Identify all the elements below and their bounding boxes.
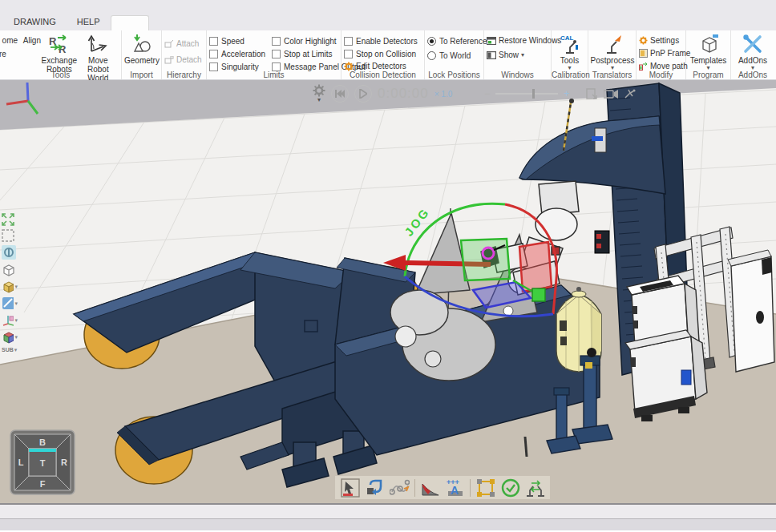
speed-decrease-button[interactable]: − xyxy=(484,88,490,99)
move-tool-button[interactable] xyxy=(365,478,385,498)
bottom-panel-strip xyxy=(0,503,776,518)
annotation-icon: +++ A xyxy=(445,478,465,498)
frame-display-button[interactable]: ▾ xyxy=(2,313,18,327)
detach-icon xyxy=(164,56,174,64)
reset-simulation-button[interactable] xyxy=(331,85,349,103)
tab-drawing[interactable]: DRAWING xyxy=(3,14,67,30)
toolbar-separator xyxy=(414,479,415,497)
side-cabinet[interactable] xyxy=(728,250,774,372)
render-mode-button[interactable]: ▾ xyxy=(2,280,18,293)
edit-detectors-gear-icon xyxy=(344,62,354,71)
wireframe-view-button[interactable] xyxy=(2,263,18,276)
dropdown-caret-icon: ▾ xyxy=(14,334,18,340)
status-strip xyxy=(0,518,776,530)
radio-to-reference[interactable]: To Reference xyxy=(427,34,487,47)
playback-bar: ▾ 0:00:00 × 1.0 − + xyxy=(313,84,637,103)
move-path-icon xyxy=(639,62,648,71)
fit-view-button[interactable] xyxy=(2,213,18,226)
tab-help[interactable]: HELP xyxy=(67,14,111,30)
measure-icon xyxy=(421,479,440,497)
checkbox-acceleration[interactable]: Acceleration xyxy=(209,47,265,60)
axis-triad-icon xyxy=(2,313,14,327)
calibration-tools-button[interactable]: CAL Tools ▾ xyxy=(554,33,585,71)
viewport-3d[interactable]: JOG ▾ 0:00:00 × 1.0 − + xyxy=(0,80,776,503)
simulation-time: 0:00:00 xyxy=(378,86,429,102)
dropdown-caret-icon: ▾ xyxy=(14,284,18,289)
application-window: DRAWING HELP ome Align re R R xyxy=(0,0,776,532)
path-tool-button[interactable] xyxy=(390,478,410,498)
checkbox-enable-detectors[interactable]: Enable Detectors xyxy=(344,34,418,47)
navcube-highlight-edge xyxy=(29,449,56,452)
simulation-settings-button[interactable]: ▾ xyxy=(313,84,325,103)
checkbox-speed[interactable]: Speed xyxy=(209,34,265,47)
annotate-tool-button[interactable]: +++ A xyxy=(445,478,465,498)
selection-box-button[interactable] xyxy=(2,229,18,242)
select-tool-button[interactable] xyxy=(340,478,360,498)
sub-selection-button[interactable]: SUB ▾ xyxy=(2,347,18,353)
geometry-import-icon xyxy=(131,34,152,54)
partial-button[interactable]: re xyxy=(0,48,41,60)
dropdown-caret-icon: ▾ xyxy=(521,52,524,58)
export-video-icon[interactable] xyxy=(585,87,598,100)
show-windows-icon xyxy=(487,51,496,59)
ribbon-group-program: Templates ▾ Program xyxy=(686,30,731,79)
check-circle-icon xyxy=(501,478,520,498)
robot-exchange-button[interactable] xyxy=(525,478,545,498)
orbit-view-button[interactable] xyxy=(2,245,18,260)
dropdown-caret-icon: ▾ xyxy=(14,300,18,306)
exchange-robots-button[interactable]: R R Exchange Robots xyxy=(41,33,78,74)
dropdown-caret-icon: ▾ xyxy=(14,317,18,323)
frame-select-icon xyxy=(476,478,495,498)
camera-icon[interactable] xyxy=(604,89,618,99)
measure-tool-button[interactable] xyxy=(420,478,440,498)
svg-text:T: T xyxy=(40,458,46,468)
coordinates-mode-button[interactable]: ▾ xyxy=(2,330,18,344)
ribbon-tabstrip: DRAWING HELP xyxy=(0,0,776,30)
navigation-cube[interactable]: B L T R F xyxy=(10,429,75,495)
play-button[interactable] xyxy=(354,85,372,103)
pnp-frame-icon xyxy=(639,49,648,58)
ribbon-group-translators: Postprocess ▾ Translators xyxy=(588,30,637,79)
ribbon-group-collision: Enable Detectors Stop on Collision Edit … xyxy=(342,30,425,79)
speed-slider-handle[interactable] xyxy=(532,89,535,99)
detach-button[interactable]: Detach xyxy=(164,54,202,66)
move-rotate-icon xyxy=(366,478,385,498)
home-button-partial[interactable]: ome Align xyxy=(0,34,41,46)
align-button[interactable]: Align xyxy=(23,36,41,45)
align-icon xyxy=(20,37,21,45)
svg-text:B: B xyxy=(39,437,46,447)
dashed-box-icon xyxy=(2,229,14,242)
tab-active[interactable] xyxy=(111,15,149,30)
postprocess-button[interactable]: Postprocess ▾ xyxy=(591,33,634,71)
pnp-frame-button[interactable]: PnP Frame xyxy=(639,47,690,59)
speed-slider[interactable] xyxy=(495,93,558,95)
show-button[interactable]: Show ▾ xyxy=(487,49,561,61)
fit-view-icon xyxy=(2,213,14,226)
attach-button[interactable]: Attach xyxy=(164,38,202,50)
colored-cube-icon xyxy=(2,330,14,344)
connectivity-icon[interactable] xyxy=(624,88,637,99)
addons-button[interactable]: AddOns ▾ xyxy=(734,33,772,71)
plane-view-button[interactable]: ▾ xyxy=(2,296,18,310)
restore-windows-icon xyxy=(487,37,496,45)
viewport-canvas[interactable]: JOG xyxy=(0,80,776,503)
rewind-icon xyxy=(335,90,345,98)
plane-icon xyxy=(2,296,14,310)
templates-button[interactable]: Templates ▾ xyxy=(689,33,728,71)
wireframe-cube-icon xyxy=(2,263,15,276)
geometry-button[interactable]: Geometry xyxy=(124,33,160,65)
controller-cabinets[interactable] xyxy=(625,276,707,421)
svg-text:A: A xyxy=(451,484,459,497)
settings-button[interactable]: Settings xyxy=(639,34,690,46)
frame-select-button[interactable] xyxy=(475,478,495,498)
validate-button[interactable] xyxy=(500,478,520,498)
ribbon-group-tools: ome Align re R R Exchange Robo xyxy=(0,30,122,79)
simulation-speed[interactable]: × 1.0 xyxy=(434,90,453,99)
speed-increase-button[interactable]: + xyxy=(564,88,569,99)
attach-icon xyxy=(164,40,174,48)
checkbox-stop-on-collision[interactable]: Stop on Collision xyxy=(344,47,418,60)
checkbox-box xyxy=(209,37,218,46)
restore-windows-button[interactable]: Restore Windows xyxy=(487,34,561,46)
radio-to-world[interactable]: To World xyxy=(427,49,487,62)
postprocess-robot-icon xyxy=(602,34,623,54)
